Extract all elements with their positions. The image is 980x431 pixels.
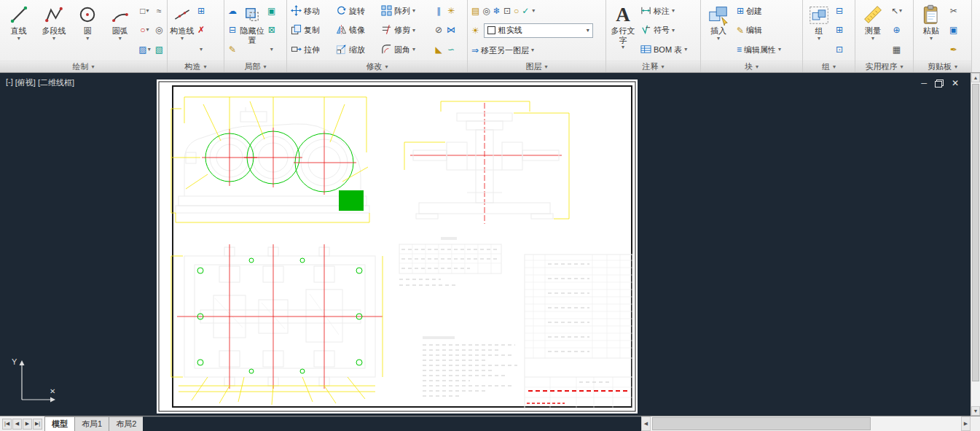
tab-layout2[interactable]: 布局2 — [109, 416, 144, 431]
match-properties-button[interactable]: ✒ — [948, 40, 959, 58]
ungroup-button[interactable]: ⊟ — [834, 2, 844, 20]
minimize-icon[interactable]: ─ — [921, 79, 927, 88]
scale-button[interactable]: 缩放 — [334, 40, 380, 59]
first-tab-button[interactable]: |◀ — [2, 419, 12, 430]
group-edit-button[interactable]: ⊞ — [834, 21, 844, 39]
revcloud-button[interactable]: ☁ — [227, 2, 238, 20]
panel-title-draw[interactable]: 绘制▾ — [0, 61, 167, 72]
viewport-visual-style[interactable]: [二维线框] — [38, 77, 74, 88]
layer-more-button[interactable]: ▾ — [530, 1, 536, 20]
cut-button[interactable]: ✂ — [948, 2, 959, 20]
insert-block-button[interactable]: 插入 ▾ — [703, 1, 734, 59]
hatch-button[interactable]: ▨▾ — [137, 40, 152, 58]
arc-button[interactable]: 圆弧 ▾ — [104, 1, 136, 59]
layer-match-button[interactable]: ✓ — [520, 1, 530, 20]
scroll-up-button[interactable]: ▲ — [971, 73, 980, 82]
array-button[interactable]: 阵列▾ — [380, 1, 429, 20]
group-selection-button[interactable]: ⊡ — [834, 40, 844, 58]
explode-button[interactable]: ✳ — [445, 2, 457, 20]
group-button[interactable]: 组 ▾ — [805, 1, 833, 59]
polyline-button[interactable]: 多段线 ▾ — [36, 1, 71, 59]
sketch-button[interactable]: ✎ — [227, 40, 238, 58]
vertical-scroll-track[interactable] — [971, 82, 980, 406]
horizontal-scroll-thumb[interactable] — [652, 417, 871, 430]
restore-icon[interactable] — [935, 79, 944, 88]
panel-title-modify[interactable]: 修改▾ — [287, 61, 467, 72]
mask-button[interactable]: ▣ — [266, 2, 277, 20]
horizontal-scroll-track[interactable] — [651, 416, 961, 431]
next-tab-button[interactable]: ▶ — [23, 419, 32, 430]
chamfer-button[interactable]: ◣ — [434, 40, 444, 58]
edit-block-button[interactable]: ✎编辑 — [735, 21, 799, 40]
calculator-button[interactable]: ▦ — [890, 40, 903, 58]
tab-model[interactable]: 模型 — [44, 416, 75, 431]
layer-freeze-button[interactable]: ❄ — [492, 1, 502, 20]
horizontal-scrollbar[interactable]: ◀ ▶ — [641, 416, 971, 431]
mtext-button[interactable]: A 多行文字 ▾ — [608, 1, 638, 59]
panel-title-layer[interactable]: 图层▾ — [468, 61, 605, 72]
vertical-scrollbar[interactable]: ▲ ▼ — [971, 73, 980, 416]
copy-clip-button[interactable]: ▣ — [948, 21, 959, 39]
panel-title-block[interactable]: 块▾ — [701, 61, 802, 72]
panel-title-annotate[interactable]: 注释▾ — [606, 61, 700, 72]
hide-position-button[interactable]: 隐藏位置 — [240, 1, 264, 59]
blend-button[interactable]: ∽ — [445, 40, 457, 58]
paste-button[interactable]: 粘贴 ▾ — [916, 1, 946, 59]
clip-button[interactable]: ⊠ — [266, 21, 277, 39]
trim-button[interactable]: 修剪▾ — [380, 21, 429, 40]
dimension-button[interactable]: 标注▾ — [639, 1, 697, 20]
offset-button[interactable]: ∥ — [434, 2, 444, 20]
region-button[interactable]: ⊞ — [196, 2, 206, 20]
rotate-button[interactable]: 旋转 — [334, 1, 380, 20]
construct-more-button[interactable]: ▾ — [196, 40, 206, 58]
tab-layout1[interactable]: 布局1 — [74, 416, 109, 431]
move-to-layer-button[interactable]: ⇒ 移至另一图层 ▾ — [470, 41, 536, 60]
spline-button[interactable]: ≈ — [154, 2, 165, 20]
id-point-button[interactable]: ⊕ — [890, 21, 903, 39]
gradient-button[interactable]: ▧ — [154, 40, 165, 58]
previous-tab-button[interactable]: ◀ — [12, 419, 22, 430]
circle-button[interactable]: 圆 ▾ — [73, 1, 103, 59]
measure-button[interactable]: 测量 ▾ — [858, 1, 888, 59]
layer-properties-button[interactable]: ▤ — [470, 1, 481, 20]
last-tab-button[interactable]: ▶| — [33, 419, 42, 430]
scroll-right-button[interactable]: ▶ — [961, 416, 971, 431]
donut-button[interactable]: ◎ — [154, 21, 165, 39]
line-button[interactable]: 直线 ▾ — [2, 1, 35, 59]
viewport-control[interactable]: [-] — [6, 77, 13, 88]
panel-title-clipboard[interactable]: 剪贴板▾ — [914, 61, 971, 72]
layer-lock-button[interactable]: ⊡ — [502, 1, 512, 20]
layer-isolate-button[interactable]: ◎ — [481, 1, 491, 20]
viewport-view-name[interactable]: [俯视] — [15, 77, 36, 88]
rectangle-button[interactable]: □▾ — [137, 2, 152, 20]
stretch-button[interactable]: 拉伸 — [289, 40, 334, 59]
quick-select-button[interactable]: ↖▾ — [890, 2, 903, 20]
create-block-button[interactable]: ⊞创建 — [735, 1, 799, 20]
edit-attributes-button[interactable]: ≡编辑属性▾ — [735, 40, 799, 59]
layer-select-combo[interactable]: 粗实线 ▾ — [484, 23, 593, 38]
join-button[interactable]: ⋈ — [445, 21, 457, 39]
layer-off-button[interactable]: ○ — [512, 1, 520, 20]
move-button[interactable]: 移动 — [289, 1, 334, 20]
layer-bulb-button[interactable]: ☀ — [470, 21, 481, 39]
construction-line-button[interactable]: 构造线 ▾ — [170, 1, 195, 59]
panel-title-partial[interactable]: 局部▾ — [224, 61, 286, 72]
fillet-button[interactable]: 圆角▾ — [380, 40, 429, 59]
break-button[interactable]: ⊘ — [434, 21, 444, 39]
scroll-left-button[interactable]: ◀ — [641, 416, 651, 431]
ellipse-button[interactable]: ○▾ — [137, 21, 152, 39]
drawing-canvas[interactable]: [-] [俯视] [二维线框] ─ ✕ — [0, 73, 971, 416]
vertical-scroll-thumb[interactable] — [972, 84, 979, 381]
erase-button[interactable]: ✗ — [196, 21, 206, 39]
panel-title-utilities[interactable]: 实用程序▾ — [855, 61, 913, 72]
wipeout-button[interactable]: ⊟ — [227, 21, 238, 39]
copy-button[interactable]: 复制 — [289, 21, 334, 40]
panel-title-group[interactable]: 组▾ — [803, 61, 855, 72]
bom-table-button[interactable]: BOM 表▾ — [639, 40, 697, 59]
partial-more-button[interactable]: ▾ — [266, 40, 277, 58]
symbol-button[interactable]: 符号▾ — [639, 21, 697, 40]
mirror-button[interactable]: 镜像 — [334, 21, 380, 40]
scroll-down-button[interactable]: ▼ — [971, 406, 980, 416]
close-icon[interactable]: ✕ — [952, 79, 959, 88]
panel-title-construct[interactable]: 构造▾ — [168, 61, 224, 72]
